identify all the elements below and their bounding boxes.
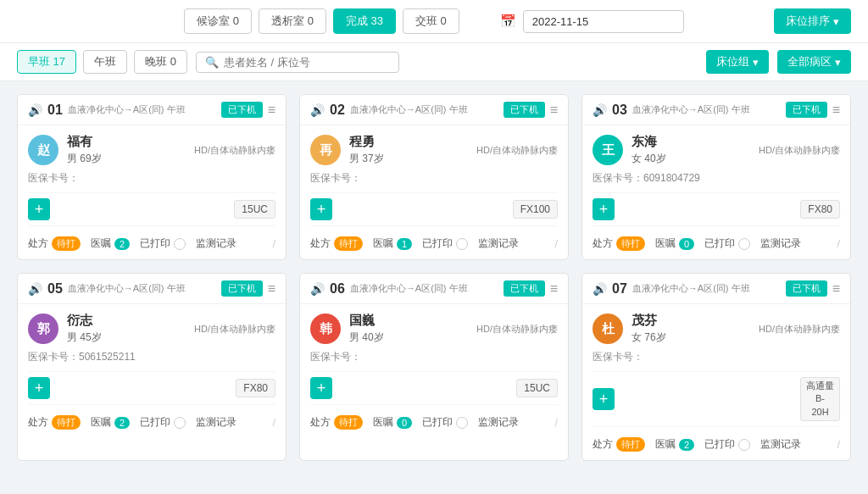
patient-detail: 男 45岁 — [67, 330, 102, 345]
orders-item[interactable]: 医嘱 1 — [373, 236, 412, 251]
monitor-item[interactable]: 监测记录 — [478, 236, 519, 251]
monitor-item[interactable]: 监测记录 — [760, 236, 801, 251]
id-info: 医保卡号：5061525211 — [28, 350, 275, 364]
add-button[interactable]: + — [593, 198, 615, 220]
orders-label: 医嘱 — [91, 415, 111, 430]
menu-icon[interactable]: ≡ — [268, 103, 275, 118]
date-input[interactable] — [523, 10, 684, 33]
prescription-item[interactable]: 处方 待打 — [28, 236, 81, 251]
calendar-icon: 📅 — [500, 14, 516, 29]
card-footer: 处方 待打 医嘱 0 已打印 监测记录 / — [593, 233, 840, 251]
id-info: 医保卡号： — [310, 171, 558, 186]
tab-waiting[interactable]: 候诊室 0 — [184, 8, 252, 34]
search-input[interactable] — [224, 56, 390, 69]
prescription-label: 处方 — [310, 415, 331, 430]
prescription-item[interactable]: 处方 待打 — [593, 437, 645, 452]
machine-area: + FX80 — [28, 371, 275, 405]
sound-icon[interactable]: 🔊 — [310, 103, 325, 117]
tab-done[interactable]: 完成 33 — [333, 8, 396, 34]
shift-evening[interactable]: 晚班 0 — [134, 50, 187, 74]
id-info: 医保卡号： — [28, 171, 275, 186]
cards-container: 🔊 01 血液净化中心→A区(同) 午班 已下机 ≡ 赵 福有 男 69岁 HD… — [0, 81, 868, 474]
prescription-badge: 待打 — [52, 415, 81, 430]
patient-name-area: 福有 男 69岁 — [67, 134, 102, 166]
tab-dialysis[interactable]: 透析室 0 — [259, 8, 326, 34]
menu-icon[interactable]: ≡ — [550, 103, 558, 118]
prescription-item[interactable]: 处方 待打 — [593, 236, 645, 251]
monitor-item[interactable]: 监测记录 — [478, 415, 519, 430]
printed-item[interactable]: 已打印 — [704, 236, 750, 251]
sound-icon[interactable]: 🔊 — [310, 282, 325, 296]
card-body: 韩 国巍 男 40岁 HD/自体动静脉内瘘 医保卡号： + 15UC 处方 待打 — [300, 304, 568, 438]
sound-icon[interactable]: 🔊 — [593, 103, 607, 117]
all-wards-button[interactable]: 全部病区 ▾ — [777, 50, 851, 74]
shift-group: 早班 17午班晚班 0 — [17, 50, 187, 74]
diagnosis: HD/自体动静脉内瘘 — [759, 144, 840, 157]
prescription-item[interactable]: 处方 待打 — [28, 415, 81, 430]
add-button[interactable]: + — [310, 377, 332, 399]
bed-sort-button[interactable]: 床位排序 ▾ — [774, 8, 851, 34]
machine-area: + 15UC — [28, 192, 275, 226]
monitor-item[interactable]: 监测记录 — [760, 437, 801, 452]
search-box[interactable]: 🔍 — [196, 52, 399, 73]
diagnosis: HD/自体动静脉内瘘 — [194, 144, 275, 157]
card-footer: 处方 待打 医嘱 2 已打印 监测记录 / — [28, 412, 275, 430]
tab-handover[interactable]: 交班 0 — [403, 8, 459, 34]
patient-info: 再 程勇 男 37岁 HD/自体动静脉内瘘 — [310, 134, 558, 166]
printed-item[interactable]: 已打印 — [422, 236, 468, 251]
monitor-item[interactable]: 监测记录 — [196, 236, 236, 251]
printed-circle — [174, 238, 186, 250]
patient-detail: 男 37岁 — [349, 152, 384, 166]
monitor-label: 监测记录 — [478, 236, 519, 251]
orders-badge: 2 — [114, 238, 130, 250]
prescription-label: 处方 — [310, 236, 331, 251]
avatar: 赵 — [28, 135, 58, 165]
sound-icon[interactable]: 🔊 — [593, 282, 607, 296]
printed-label: 已打印 — [422, 236, 453, 251]
printed-item[interactable]: 已打印 — [704, 437, 750, 452]
add-button[interactable]: + — [28, 198, 50, 220]
sound-icon[interactable]: 🔊 — [28, 282, 42, 296]
card-body: 郭 衍志 男 45岁 HD/自体动静脉内瘘 医保卡号：5061525211 + … — [18, 304, 286, 438]
menu-icon[interactable]: ≡ — [550, 281, 558, 297]
bed-group-button[interactable]: 床位组 ▾ — [706, 50, 769, 74]
orders-label: 医嘱 — [373, 415, 393, 430]
orders-item[interactable]: 医嘱 2 — [91, 415, 130, 430]
menu-icon[interactable]: ≡ — [832, 103, 840, 118]
monitor-item[interactable]: 监测记录 — [196, 415, 236, 430]
printed-item[interactable]: 已打印 — [140, 415, 186, 430]
orders-badge: 2 — [114, 417, 130, 429]
orders-item[interactable]: 医嘱 2 — [91, 236, 130, 251]
card-header: 🔊 02 血液净化中心→A区(同) 午班 已下机 ≡ — [300, 95, 568, 125]
add-button[interactable]: + — [28, 377, 50, 399]
orders-item[interactable]: 医嘱 0 — [655, 236, 694, 251]
menu-icon[interactable]: ≡ — [268, 281, 275, 297]
card-body: 王 东海 女 40岁 HD/自体动静脉内瘘 医保卡号：6091804729 + … — [582, 125, 850, 259]
printed-item[interactable]: 已打印 — [140, 236, 186, 251]
orders-item[interactable]: 医嘱 0 — [373, 415, 412, 430]
card-body: 赵 福有 男 69岁 HD/自体动静脉内瘘 医保卡号： + 15UC 处方 待打 — [18, 125, 286, 259]
add-button[interactable]: + — [310, 198, 332, 220]
prescription-item[interactable]: 处方 待打 — [310, 415, 363, 430]
printed-circle — [456, 238, 468, 250]
orders-item[interactable]: 医嘱 2 — [655, 437, 694, 452]
all-wards-label: 全部病区 — [787, 54, 832, 69]
printed-item[interactable]: 已打印 — [422, 415, 468, 430]
add-button[interactable]: + — [593, 388, 615, 410]
orders-label: 医嘱 — [655, 236, 676, 251]
patient-name: 福有 — [67, 134, 102, 150]
card-footer: 处方 待打 医嘱 2 已打印 监测记录 / — [28, 233, 275, 251]
patient-name-area: 衍志 男 45岁 — [67, 313, 102, 345]
sound-icon[interactable]: 🔊 — [28, 103, 42, 117]
dept-info: 血液净化中心→A区(同) 午班 — [350, 103, 498, 116]
avatar: 杜 — [593, 314, 623, 344]
printed-label: 已打印 — [140, 236, 170, 251]
prescription-item[interactable]: 处方 待打 — [310, 236, 363, 251]
patient-info: 赵 福有 男 69岁 HD/自体动静脉内瘘 — [28, 134, 275, 166]
menu-icon[interactable]: ≡ — [832, 281, 840, 297]
shift-afternoon[interactable]: 午班 — [83, 50, 127, 74]
shift-morning[interactable]: 早班 17 — [17, 50, 76, 74]
machine-tag: 高通量B-20H — [800, 377, 840, 421]
orders-badge: 2 — [679, 439, 694, 451]
monitor-label: 监测记录 — [478, 415, 519, 430]
